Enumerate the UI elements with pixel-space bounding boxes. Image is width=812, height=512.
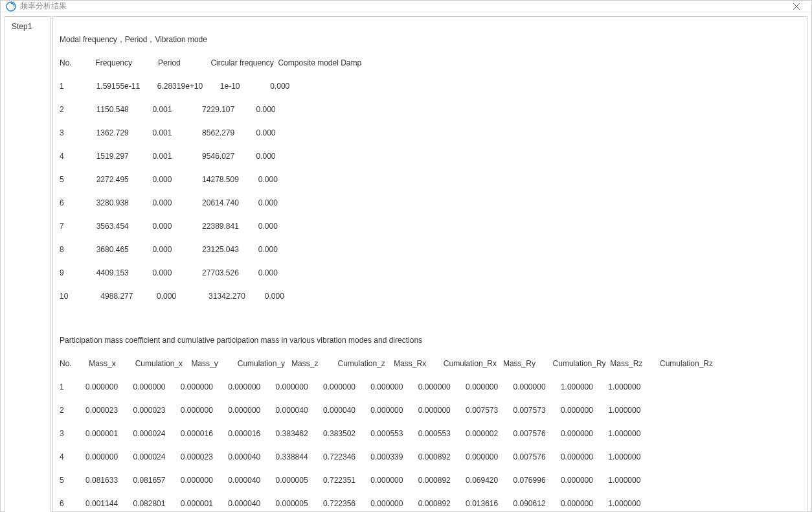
body: Step1 Modal frequency，Period，Vibration m…: [1, 12, 811, 512]
table-row: 6 0.001144 0.082801 0.000001 0.000040 0.…: [60, 498, 800, 509]
table-row: 5 0.081633 0.081657 0.000000 0.000040 0.…: [60, 474, 800, 486]
modal-title: Modal frequency，Period，Vibration mode: [60, 34, 800, 45]
table-row: 5 2272.495 0.000 14278.509 0.000: [60, 174, 800, 185]
table-row: 2 1150.548 0.001 7229.107 0.000: [60, 104, 800, 115]
window-title: 频率分析结果: [20, 1, 67, 12]
table-row: 2 0.000023 0.000023 0.000000 0.000000 0.…: [60, 404, 800, 416]
table-row: 7 3563.454 0.000 22389.841 0.000: [60, 220, 800, 232]
table-row: 1 1.59155e-11 6.28319e+10 1e-10 0.000: [60, 80, 800, 92]
blank-line: [60, 314, 800, 323]
table-row: 3 0.000001 0.000024 0.000016 0.000016 0.…: [60, 428, 800, 439]
table-row: 8 3680.465 0.000 23125.043 0.000: [60, 244, 800, 255]
close-icon: [793, 3, 800, 10]
table-row: 10 4988.277 0.000 31342.270 0.000: [60, 290, 800, 302]
participation-header: No. Mass_x Cumulation_x Mass_y Cumulatio…: [60, 358, 800, 369]
participation-title: Participation mass coefficient and cumul…: [60, 334, 800, 346]
app-window: 频率分析结果 Step1 Modal frequency，Period，Vibr…: [0, 0, 812, 512]
table-row: 9 4409.153 0.000 27703.526 0.000: [60, 267, 800, 279]
close-button[interactable]: [787, 1, 806, 12]
content-area: Modal frequency，Period，Vibration mode No…: [52, 16, 807, 512]
tab-step1[interactable]: Step1: [5, 17, 51, 36]
titlebar: 频率分析结果: [1, 1, 811, 12]
table-row: 1 0.000000 0.000000 0.000000 0.000000 0.…: [60, 381, 800, 393]
modal-header: No. Frequency Period Circular frequency …: [60, 57, 800, 69]
sidebar-tabs: Step1: [5, 16, 51, 512]
table-row: 4 1519.297 0.001 9546.027 0.000: [60, 150, 800, 162]
table-row: 4 0.000000 0.000024 0.000023 0.000040 0.…: [60, 451, 800, 463]
table-row: 3 1362.729 0.001 8562.279 0.000: [60, 127, 800, 139]
table-row: 6 3280.938 0.000 20614.740 0.000: [60, 197, 800, 209]
app-icon: [6, 1, 16, 12]
